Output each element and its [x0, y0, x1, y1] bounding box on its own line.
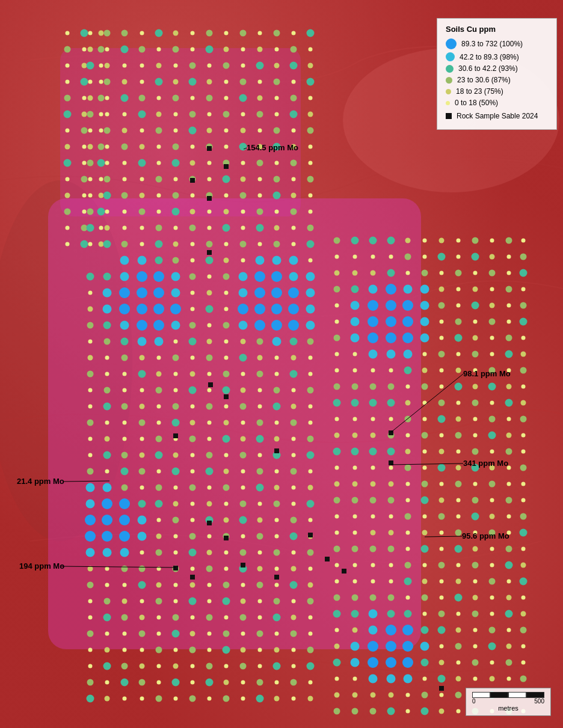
scale-white-segment2 — [508, 692, 526, 698]
legend-label: 0 to 18 (50%) — [455, 99, 498, 107]
scale-black-segment — [490, 692, 508, 698]
legend-label: 89.3 to 732 (100%) — [461, 40, 523, 48]
legend-item: 23 to 30.6 (87%) — [446, 76, 548, 84]
legend-items: 89.3 to 732 (100%)42.2 to 89.3 (98%)30.6… — [446, 38, 548, 107]
legend-label: 23 to 30.6 (87%) — [457, 76, 511, 84]
legend: Soils Cu ppm 89.3 to 732 (100%)42.2 to 8… — [437, 18, 557, 130]
rock-sample-label: Rock Sample Sable 2024 — [457, 112, 538, 120]
legend-circle — [446, 77, 452, 84]
rock-sample-icon — [446, 113, 452, 119]
scale-max: 500 — [534, 698, 544, 705]
scale-bar: 0 500 metres — [466, 688, 551, 716]
scale-unit: metres — [472, 705, 544, 712]
legend-circle — [446, 101, 450, 105]
legend-item: 30.6 to 42.2 (93%) — [446, 64, 548, 73]
legend-label: 42.2 to 89.3 (98%) — [460, 53, 519, 61]
legend-circle — [446, 65, 454, 73]
legend-item: 42.2 to 89.3 (98%) — [446, 52, 548, 61]
scale-black-segment3 — [526, 692, 544, 698]
legend-label: 18 to 23 (75%) — [456, 87, 503, 96]
legend-circle — [446, 89, 451, 94]
legend-item: 18 to 23 (75%) — [446, 87, 548, 96]
legend-item: 89.3 to 732 (100%) — [446, 38, 548, 49]
legend-circle — [446, 52, 455, 61]
scale-white-segment — [472, 692, 490, 698]
legend-circle — [446, 38, 457, 49]
legend-title: Soils Cu ppm — [446, 25, 548, 34]
legend-label: 30.6 to 42.2 (93%) — [458, 64, 518, 73]
legend-item: 0 to 18 (50%) — [446, 99, 548, 107]
map-container: 154.5 ppm Mo98.1 ppm Mo341 ppm Mo21.4 pp… — [0, 0, 563, 728]
scale-zero: 0 — [472, 698, 476, 705]
